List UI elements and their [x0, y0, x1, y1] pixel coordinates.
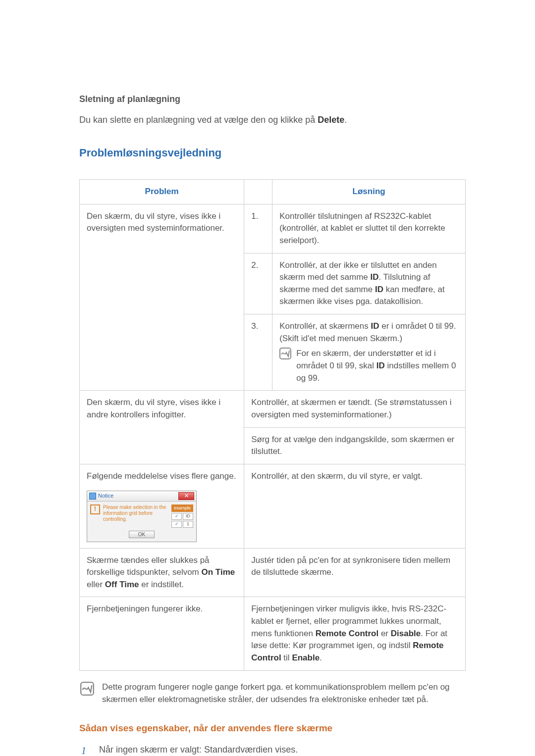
header-solution: Løsning	[272, 180, 466, 204]
table-row: Fjernbetjeningen fungerer ikke. Fjernbet…	[80, 597, 466, 670]
subsection-heading: Sådan vises egenskaber, når der anvendes…	[79, 723, 466, 734]
bold-on-time: On Time	[202, 567, 235, 577]
footnote: Dette program fungerer nogle gange forke…	[79, 681, 466, 706]
subsection-title: Sletning af planlægning	[79, 94, 466, 104]
dialog-title-text: Notice	[98, 492, 113, 500]
paragraph: Du kan slette en planlægning ved at vælg…	[79, 113, 466, 127]
dialog-titlebar: Notice ✕	[87, 491, 196, 502]
solution-cell: Sørg for at vælge den indgangskilde, som…	[244, 427, 466, 464]
problem-cell: Den skærm, du vil styre, vises ikke i ov…	[80, 204, 244, 391]
app-icon	[89, 493, 96, 500]
list-item: 1 Når ingen skærm er valgt: Standardværd…	[81, 743, 466, 756]
note-text: For en skærm, der understøtter et id i o…	[296, 348, 458, 384]
dialog-title: Notice	[89, 492, 113, 500]
inline-note: For en skærm, der understøtter et id i o…	[279, 348, 458, 384]
bold-id: ID	[376, 361, 385, 370]
problem-cell: Følgende meddelelse vises flere gange. N…	[80, 464, 244, 548]
table-row: Skærme tændes eller slukkes på forskelli…	[80, 548, 466, 597]
text: .	[344, 115, 347, 125]
dialog-example-grid: example ID 1	[171, 504, 193, 528]
table-row: Den skærm, du vil styre, vises ikke i ov…	[80, 204, 466, 253]
footnote-text: Dette program fungerer nogle gange forke…	[102, 681, 465, 706]
grid-cell-value: 1	[183, 521, 193, 528]
text: til	[281, 653, 292, 662]
dialog-footer: OK	[87, 529, 196, 542]
problem-cell: Fjernbetjeningen fungerer ikke.	[80, 597, 244, 670]
note-icon	[279, 348, 291, 359]
bold-enable: Enable	[292, 653, 320, 662]
troubleshooting-table: Problem Løsning Den skærm, du vil styre,…	[79, 179, 466, 671]
text: .	[320, 653, 322, 662]
header-problem: Problem	[80, 180, 244, 204]
note-icon	[80, 682, 94, 696]
solution-cell: Fjernbetjeningen virker muligvis ikke, h…	[244, 597, 466, 670]
table-row: Følgende meddelelse vises flere gange. N…	[80, 464, 466, 548]
problem-cell: Den skærm, du vil styre, vises ikke i an…	[80, 391, 244, 464]
dialog-body: ! Please make selection in the informati…	[87, 502, 196, 529]
example-label: example	[171, 504, 193, 512]
grid-cell-check	[171, 521, 182, 528]
bold-remote-control: Remote Control	[316, 629, 379, 638]
text: Kontrollér, at skærmens	[279, 321, 371, 331]
step-number: 1	[81, 743, 90, 756]
text: er	[378, 629, 391, 638]
example-dialog: Notice ✕ ! Please make selection in the …	[87, 491, 197, 542]
bold-delete: Delete	[318, 115, 344, 125]
text: Følgende meddelelse vises flere gange.	[87, 471, 236, 481]
solution-cell: Kontrollér, at den skærm, du vil styre, …	[244, 464, 466, 548]
bold-off-time: Off Time	[105, 580, 139, 589]
text: eller	[87, 580, 105, 589]
table-row: Den skærm, du vil styre, vises ikke i an…	[80, 391, 466, 427]
bold-disable: Disable	[391, 629, 421, 638]
text: Du kan slette en planlægning ved at vælg…	[79, 115, 318, 125]
solution-number: 2.	[244, 253, 272, 314]
step-text: Når ingen skærm er valgt: Standardværdie…	[99, 743, 298, 756]
table-header-row: Problem Løsning	[80, 180, 466, 204]
dialog-message: Please make selection in the information…	[103, 504, 168, 522]
text: er indstillet.	[139, 580, 184, 589]
step-list: 1 Når ingen skærm er valgt: Standardværd…	[81, 743, 466, 756]
grid-cell-id: ID	[183, 513, 193, 520]
header-spacer	[244, 180, 272, 204]
solution-cell: Kontrollér, at skærmens ID er i området …	[272, 314, 466, 391]
ok-button[interactable]: OK	[129, 531, 155, 538]
solution-cell: Kontrollér, at skærmen er tændt. (Se str…	[244, 391, 466, 427]
solution-number: 3.	[244, 314, 272, 391]
page-content: Sletning af planlægning Du kan slette en…	[0, 0, 535, 756]
solution-cell: Justér tiden på pc'en for at synkroniser…	[244, 548, 466, 597]
bold-id: ID	[370, 272, 378, 282]
bold-id: ID	[371, 321, 379, 331]
solution-number: 1.	[244, 204, 272, 253]
solution-cell: Kontrollér tilslutningen af RS232C-kable…	[272, 204, 466, 253]
close-icon[interactable]: ✕	[178, 492, 194, 500]
warning-icon: !	[90, 504, 100, 514]
grid-cell-check	[171, 513, 182, 520]
section-heading: Problemløsningsvejledning	[79, 147, 466, 159]
bold-id: ID	[375, 285, 383, 294]
problem-cell: Skærme tændes eller slukkes på forskelli…	[80, 548, 244, 597]
text: Skærme tændes eller slukkes på forskelli…	[87, 555, 210, 577]
solution-cell: Kontrollér, at der ikke er tilsluttet en…	[272, 253, 466, 314]
